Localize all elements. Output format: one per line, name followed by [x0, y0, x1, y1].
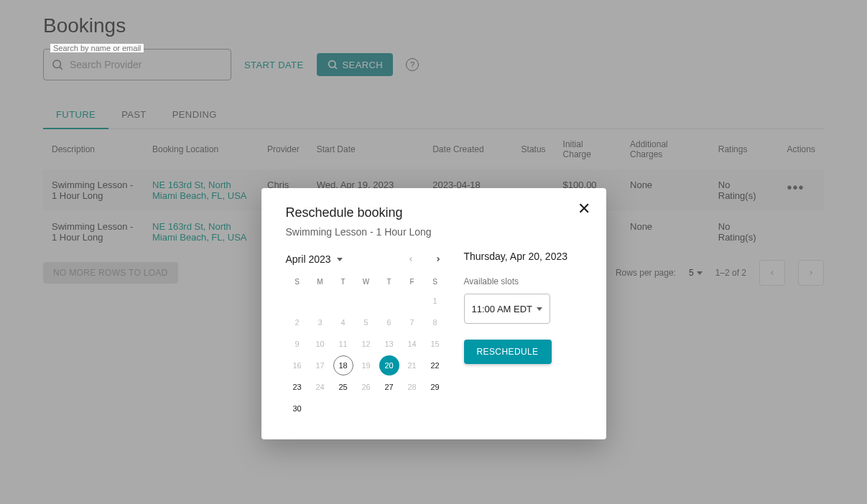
slot-value: 11:00 AM EDT: [472, 304, 533, 314]
calendar-day[interactable]: 30: [286, 398, 309, 419]
calendar-empty: [332, 290, 355, 312]
calendar-day: 6: [378, 312, 401, 333]
calendar-dow: W: [355, 274, 378, 290]
calendar-empty: [309, 290, 332, 312]
search-label: Search by name or email: [50, 44, 144, 52]
calendar-day: 24: [309, 376, 332, 398]
reschedule-button[interactable]: RESCHEDULE: [464, 340, 552, 364]
chevron-down-icon: [337, 258, 343, 261]
slot-panel: Thursday, Apr 20, 2023 Available slots 1…: [464, 251, 582, 419]
month-label: April 2023: [286, 253, 331, 265]
chevron-down-icon: [537, 307, 542, 311]
calendar-day: 1: [424, 290, 447, 312]
dialog-subtitle: Swimming Lesson - 1 Hour Long: [286, 226, 582, 238]
available-slots-label: Available slots: [464, 276, 582, 286]
calendar-day: 2: [286, 312, 309, 333]
calendar-day: 11: [332, 333, 355, 355]
calendar-day: 10: [309, 333, 332, 355]
modal-overlay[interactable]: ✕ Reschedule booking Swimming Lesson - 1…: [0, 0, 867, 504]
calendar-day[interactable]: 18: [333, 355, 353, 375]
calendar-day: 4: [332, 312, 355, 333]
reschedule-dialog: ✕ Reschedule booking Swimming Lesson - 1…: [261, 188, 606, 439]
calendar-day[interactable]: 29: [424, 376, 447, 398]
calendar-day: 21: [401, 355, 424, 376]
calendar-dow: S: [286, 274, 309, 290]
calendar-day: 8: [424, 312, 447, 333]
calendar-day: 26: [355, 376, 378, 398]
calendar-day: 17: [309, 355, 332, 376]
selected-date-label: Thursday, Apr 20, 2023: [464, 251, 582, 262]
calendar-day[interactable]: 22: [424, 355, 447, 376]
calendar-day[interactable]: 20: [379, 355, 399, 375]
calendar-day: 28: [401, 376, 424, 398]
dialog-title: Reschedule booking: [286, 205, 582, 220]
calendar-day: 14: [401, 333, 424, 355]
calendar-day[interactable]: 27: [378, 376, 401, 398]
calendar-empty: [401, 290, 424, 312]
close-icon[interactable]: ✕: [578, 201, 590, 217]
calendar-day: 9: [286, 333, 309, 355]
calendar-day: 19: [355, 355, 378, 376]
calendar-dow: T: [378, 274, 401, 290]
prev-month-button[interactable]: [402, 251, 419, 268]
calendar-header: April 2023: [286, 251, 447, 268]
month-selector[interactable]: April 2023: [286, 253, 343, 265]
calendar-day: 15: [424, 333, 447, 355]
calendar-day: 12: [355, 333, 378, 355]
calendar-empty: [378, 290, 401, 312]
calendar-day[interactable]: 25: [332, 376, 355, 398]
calendar-dow: S: [424, 274, 447, 290]
calendar-day: 5: [355, 312, 378, 333]
calendar-dow: F: [401, 274, 424, 290]
calendar-empty: [355, 290, 378, 312]
calendar-day: 7: [401, 312, 424, 333]
calendar-day[interactable]: 23: [286, 376, 309, 398]
calendar-dow: M: [309, 274, 332, 290]
slot-select[interactable]: 11:00 AM EDT: [464, 294, 550, 324]
calendar-day: 3: [309, 312, 332, 333]
calendar-dow: T: [332, 274, 355, 290]
calendar: April 2023 SMTWTFS1234567891011121314151…: [286, 251, 447, 419]
calendar-grid: SMTWTFS123456789101112131415161718192021…: [286, 274, 447, 419]
next-month-button[interactable]: [430, 251, 447, 268]
calendar-day: 13: [378, 333, 401, 355]
calendar-day: 16: [286, 355, 309, 376]
calendar-empty: [286, 290, 309, 312]
